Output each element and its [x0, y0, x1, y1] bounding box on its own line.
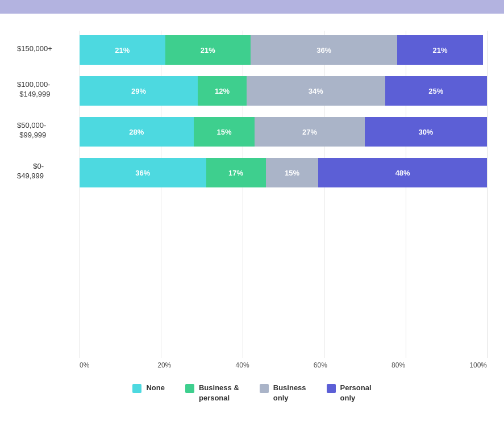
bar-segment-personal-only: 30% — [365, 117, 487, 147]
bar-segment-personal-only: 48% — [318, 158, 487, 187]
x-axis-label: 0% — [80, 361, 157, 369]
chart-container: $150,000+$100,000-$149,999$50,000-$99,99… — [0, 0, 504, 426]
legend-item: Business &personal — [185, 383, 239, 403]
legend-color-box — [132, 384, 141, 393]
bar-row: 28%15%27%30% — [80, 117, 487, 147]
x-axis-label: 80% — [391, 361, 469, 369]
legend-color-box — [260, 384, 269, 393]
bar-segment-business-only: 27% — [255, 117, 365, 147]
bar-row: 21%21%36%21% — [80, 35, 487, 65]
y-axis: $150,000+$100,000-$149,999$50,000-$99,99… — [17, 31, 80, 358]
y-axis-label: $150,000+ — [17, 34, 80, 64]
legend-color-box — [185, 384, 194, 393]
legend-label: Business &personal — [199, 383, 239, 403]
bar-row: 36%17%15%48% — [80, 158, 487, 187]
legend-item: Personalonly — [327, 383, 372, 403]
bar-segment-personal-only: 21% — [397, 35, 483, 65]
x-axis-label: 40% — [236, 361, 314, 369]
x-axis-label: 60% — [314, 361, 391, 369]
y-axis-label: $100,000-$149,999 — [17, 75, 80, 105]
chart-header — [0, 0, 504, 14]
bar-segment-business-personal: 12% — [198, 76, 247, 106]
bars-stack: 21%21%36%21%29%12%34%25%28%15%27%30%36%1… — [80, 31, 487, 192]
legend-label: None — [146, 383, 165, 393]
bar-segment-personal-only: 25% — [385, 76, 487, 106]
chart-area: $150,000+$100,000-$149,999$50,000-$99,99… — [17, 31, 487, 358]
legend-item: Businessonly — [260, 383, 306, 403]
x-axis-label: 100% — [469, 361, 487, 369]
legend-color-box — [327, 384, 336, 393]
bar-segment-business-personal: 17% — [206, 158, 266, 187]
grid-line-100 — [487, 31, 488, 358]
bar-segment-none: 28% — [80, 117, 194, 147]
legend-label: Personalonly — [340, 383, 372, 403]
bar-segment-business-personal: 21% — [165, 35, 251, 65]
bar-segment-none: 29% — [80, 76, 198, 106]
bars-and-grid: 21%21%36%21%29%12%34%25%28%15%27%30%36%1… — [80, 31, 487, 358]
legend: NoneBusiness &personalBusinessonlyPerson… — [17, 383, 487, 415]
legend-label: Businessonly — [273, 383, 306, 403]
bar-segment-none: 21% — [80, 35, 165, 65]
chart-body: $150,000+$100,000-$149,999$50,000-$99,99… — [0, 14, 504, 426]
y-axis-label: $0-$49,999 — [17, 157, 80, 186]
legend-item: None — [132, 383, 165, 393]
bar-segment-business-only: 36% — [251, 35, 397, 65]
bar-segment-business-only: 34% — [247, 76, 385, 106]
x-axis-label: 20% — [157, 361, 235, 369]
bar-segment-none: 36% — [80, 158, 206, 187]
bar-segment-business-only: 15% — [266, 158, 319, 187]
bar-row: 29%12%34%25% — [80, 76, 487, 106]
bar-segment-business-personal: 15% — [194, 117, 255, 147]
y-axis-label: $50,000-$99,999 — [17, 116, 80, 145]
x-axis: 0%20%40%60%80%100% — [80, 361, 487, 369]
